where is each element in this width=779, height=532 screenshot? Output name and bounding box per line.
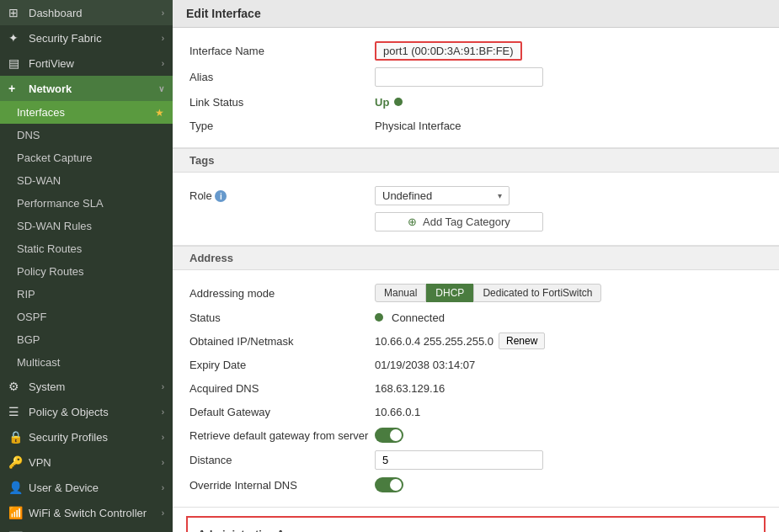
role-info-icon[interactable]: i [215, 190, 227, 202]
tags-section: Role i Undefined ▾ ⊕ Add Tag Category [173, 173, 779, 246]
dropdown-chevron-icon: ▾ [498, 191, 502, 200]
fortiview-icon: ▤ [8, 56, 24, 70]
distance-row: Distance [189, 447, 762, 473]
security-fabric-icon: ✦ [8, 31, 24, 45]
star-icon: ★ [155, 107, 164, 119]
sidebar-item-sd-wan-rules[interactable]: SD-WAN Rules [0, 215, 173, 237]
status-row: Status Connected [189, 306, 762, 329]
admin-access-title: Administrative Access [198, 528, 754, 532]
addressing-mode-row: Addressing mode Manual DHCP Dedicated to… [189, 280, 762, 306]
status-up-icon [394, 98, 403, 106]
sidebar-item-user-device[interactable]: 👤 User & Device › [0, 475, 173, 500]
sidebar-item-performance-sla[interactable]: Performance SLA [0, 192, 173, 215]
sidebar-item-interfaces[interactable]: Interfaces ★ [0, 101, 173, 124]
acquired-dns-value: 168.63.129.16 [375, 382, 445, 395]
sidebar-item-multicast[interactable]: Multicast [0, 351, 173, 374]
interface-name-value: port1 (00:0D:3A:91:BF:FE) [375, 41, 522, 61]
addr-mode-fortiswitch[interactable]: Dedicated to FortiSwitch [473, 284, 601, 302]
retrieve-gateway-toggle-switch[interactable] [375, 428, 403, 443]
retrieve-gateway-label: Retrieve default gateway from server [189, 429, 375, 442]
sidebar-item-network[interactable]: + Network ∨ [0, 76, 173, 101]
obtained-ip-value: 10.66.0.4 255.255.255.0 Renew [375, 332, 545, 349]
default-gateway-row: Default Gateway 10.66.0.1 [189, 400, 762, 423]
default-gateway-label: Default Gateway [189, 406, 375, 418]
sidebar-item-policy-routes[interactable]: Policy Routes [0, 260, 173, 283]
sidebar: ⊞ Dashboard › ✦ Security Fabric › ▤ Fort… [0, 0, 173, 532]
renew-button[interactable]: Renew [499, 332, 545, 349]
sidebar-item-fortiview[interactable]: ▤ FortiView › [0, 51, 173, 76]
chevron-right-icon: › [162, 508, 164, 518]
page-title: Edit Interface [173, 0, 779, 28]
distance-label: Distance [189, 454, 375, 466]
alias-row: Alias [189, 64, 762, 90]
address-section: Addressing mode Manual DHCP Dedicated to… [173, 270, 779, 508]
sidebar-item-security-profiles[interactable]: 🔒 Security Profiles › [0, 424, 173, 450]
status-value: Connected [375, 311, 445, 324]
link-status-label: Link Status [189, 96, 375, 109]
plus-icon: ⊕ [408, 215, 417, 228]
distance-input[interactable] [375, 450, 543, 470]
type-label: Type [189, 120, 375, 132]
sidebar-item-bgp[interactable]: BGP [0, 328, 173, 351]
override-dns-toggle-switch[interactable] [375, 477, 403, 492]
lock-icon: 🔒 [8, 430, 24, 444]
alias-input[interactable] [375, 67, 543, 87]
interface-name-row: Interface Name port1 (00:0D:3A:91:BF:FE) [189, 38, 762, 64]
obtained-ip-label: Obtained IP/Netmask [189, 335, 375, 348]
link-status-value: Up [375, 96, 406, 109]
interface-name-box: port1 (00:0D:3A:91:BF:FE) [375, 41, 522, 61]
sidebar-item-security-fabric[interactable]: ✦ Security Fabric › [0, 25, 173, 51]
add-tag-button[interactable]: ⊕ Add Tag Category [375, 212, 543, 231]
connected-icon [375, 313, 383, 322]
add-tag-row: ⊕ Add Tag Category [189, 209, 762, 235]
sidebar-item-packet-capture[interactable]: Packet Capture [0, 146, 173, 169]
retrieve-gateway-row: Retrieve default gateway from server [189, 423, 762, 447]
system-icon: ⚙ [8, 380, 24, 393]
sidebar-item-sd-wan[interactable]: SD-WAN [0, 169, 173, 192]
role-dropdown[interactable]: Undefined ▾ [375, 186, 510, 205]
sidebar-item-vpn[interactable]: 🔑 VPN › [0, 450, 173, 475]
chevron-right-icon: › [162, 59, 164, 68]
alias-value [375, 67, 543, 87]
address-section-title: Address [173, 246, 779, 270]
chevron-right-icon: › [162, 433, 164, 442]
chevron-right-icon: › [162, 458, 164, 467]
status-label: Status [189, 311, 375, 324]
chevron-right-icon: › [162, 8, 164, 18]
admin-access-section: Administrative Access IPv4 HTTPS HTTP i [186, 516, 766, 532]
form-container: Interface Name port1 (00:0D:3A:91:BF:FE)… [173, 28, 779, 532]
link-status-text: Up [375, 96, 389, 109]
addr-mode-dhcp[interactable]: DHCP [426, 284, 473, 302]
sidebar-item-dashboard[interactable]: ⊞ Dashboard › [0, 0, 173, 25]
expiry-value: 01/19/2038 03:14:07 [375, 359, 475, 371]
addr-mode-manual[interactable]: Manual [375, 284, 426, 302]
sidebar-item-log-report[interactable]: 📊 Log & Report › [0, 525, 173, 532]
override-dns-label: Override Internal DNS [189, 479, 375, 492]
sidebar-item-system[interactable]: ⚙ System › [0, 374, 173, 399]
chevron-right-icon: › [162, 382, 164, 391]
sidebar-item-dns[interactable]: DNS [0, 124, 173, 146]
sidebar-item-wifi-switch[interactable]: 📶 WiFi & Switch Controller › [0, 500, 173, 525]
add-tag-value: ⊕ Add Tag Category [375, 212, 543, 231]
wifi-icon: 📶 [8, 506, 24, 519]
sidebar-item-ospf[interactable]: OSPF [0, 306, 173, 328]
retrieve-gateway-toggle [375, 428, 403, 443]
interface-name-label: Interface Name [189, 45, 375, 57]
override-dns-toggle [375, 477, 403, 492]
chevron-down-icon: ∨ [158, 84, 164, 93]
role-label: Role i [189, 189, 375, 203]
sidebar-item-rip[interactable]: RIP [0, 283, 173, 306]
acquired-dns-label: Acquired DNS [189, 382, 375, 395]
main-content: Edit Interface Interface Name port1 (00:… [173, 0, 779, 532]
tags-section-title: Tags [173, 148, 779, 173]
policy-icon: ☰ [8, 405, 24, 418]
chevron-right-icon: › [162, 483, 164, 492]
sidebar-item-policy-objects[interactable]: ☰ Policy & Objects › [0, 399, 173, 424]
vpn-icon: 🔑 [8, 455, 24, 469]
addressing-mode-value: Manual DHCP Dedicated to FortiSwitch [375, 284, 601, 302]
role-row: Role i Undefined ▾ [189, 183, 762, 209]
distance-value [375, 450, 543, 470]
acquired-dns-row: Acquired DNS 168.63.129.16 [189, 376, 762, 400]
user-icon: 👤 [8, 481, 24, 494]
sidebar-item-static-routes[interactable]: Static Routes [0, 237, 173, 260]
